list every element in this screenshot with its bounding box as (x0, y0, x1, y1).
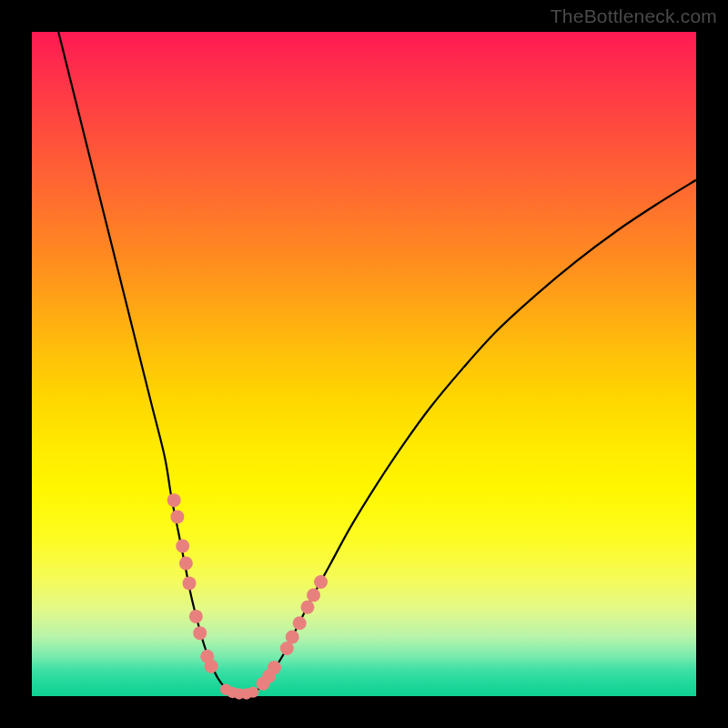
curve-marker (205, 660, 218, 673)
curve-layer (32, 32, 696, 696)
curve-marker (193, 626, 207, 640)
curve-marker (183, 576, 197, 590)
curve-marker (170, 510, 184, 523)
curve-marker (293, 616, 307, 630)
bottleneck-curve (58, 32, 696, 694)
curve-marker (167, 493, 181, 507)
curve-marker (286, 631, 299, 644)
curve-marker (179, 557, 193, 571)
curve-marker (307, 589, 320, 602)
curve-marker (176, 540, 189, 553)
curve-marker (300, 601, 314, 614)
curve-marker (189, 610, 203, 623)
curve-marker (268, 661, 281, 674)
curve-marker (314, 575, 328, 589)
chart-frame: TheBottleneck.com (0, 0, 728, 728)
watermark-text: TheBottleneck.com (551, 5, 717, 27)
curve-marker (248, 686, 258, 697)
